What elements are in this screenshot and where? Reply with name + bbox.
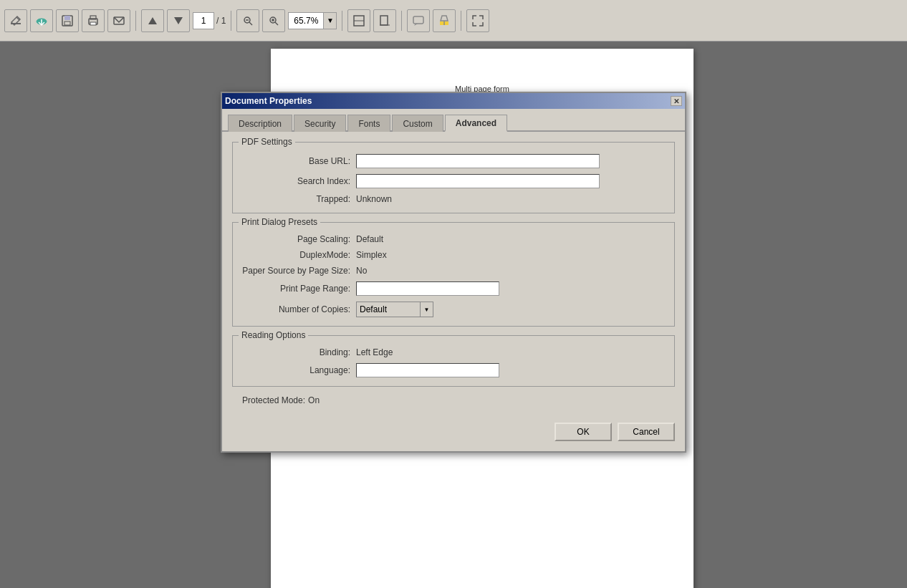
duplex-mode-value: Simplex (356, 250, 387, 260)
zoom-input[interactable] (288, 12, 324, 29)
reading-options-legend: Reading Options (239, 330, 308, 340)
document-properties-dialog: Document Properties ✕ Description Securi… (221, 92, 686, 453)
search-index-label: Search Index: (241, 176, 356, 186)
zoom-out-icon (243, 16, 253, 26)
paper-source-label: Paper Source by Page Size: (241, 266, 356, 276)
base-url-row: Base URL: (241, 154, 666, 168)
fit-page-button[interactable] (373, 9, 396, 32)
page-scaling-row: Page Scaling: Default (241, 234, 666, 244)
svg-marker-12 (148, 17, 157, 24)
comment-icon (412, 14, 425, 27)
prev-page-button[interactable] (141, 9, 164, 32)
zoom-in-button[interactable] (262, 9, 285, 32)
num-copies-dropdown-arrow[interactable]: ▼ (421, 302, 433, 317)
page-scaling-value: Default (356, 234, 383, 244)
highlight-button[interactable] (433, 9, 456, 32)
print-dialog-section: Print Dialog Presets Page Scaling: Defau… (232, 222, 675, 327)
document-area: f1 f2 f3 f4 Multi page form Reference: A… (0, 42, 907, 588)
svg-marker-13 (174, 17, 183, 24)
page-input[interactable] (193, 12, 214, 29)
email-button[interactable] (107, 9, 130, 32)
expand-icon (471, 14, 484, 27)
search-index-input[interactable] (356, 174, 600, 188)
page-navigation: / 1 (193, 12, 226, 29)
dialog-overlay: Document Properties ✕ Description Securi… (0, 42, 907, 588)
separator-4 (401, 11, 402, 31)
svg-rect-7 (64, 21, 70, 25)
fit-page-icon (378, 14, 391, 27)
arrow-down-icon (173, 16, 183, 26)
trapped-value: Unknown (356, 194, 392, 204)
base-url-input[interactable] (356, 154, 600, 168)
duplex-mode-label: DuplexMode: (241, 250, 356, 260)
svg-rect-10 (90, 22, 96, 25)
print-button[interactable] (82, 9, 105, 32)
cloud-save-button[interactable] (30, 9, 53, 32)
separator-2 (231, 11, 231, 31)
pdf-settings-section: PDF Settings Base URL: Search Index: Tra… (232, 142, 675, 213)
base-url-label: Base URL: (241, 156, 356, 166)
cloud-save-icon (35, 14, 48, 27)
protected-mode-value: On (308, 395, 320, 405)
expand-button[interactable] (466, 9, 489, 32)
save-button[interactable] (56, 9, 79, 32)
ok-button[interactable]: OK (555, 423, 612, 441)
trapped-label: Trapped: (241, 194, 356, 204)
trapped-row: Trapped: Unknown (241, 194, 666, 204)
svg-rect-6 (64, 16, 70, 20)
zoom-out-button[interactable] (236, 9, 259, 32)
tab-security[interactable]: Security (294, 115, 346, 132)
tab-fonts[interactable]: Fonts (347, 115, 390, 132)
protected-mode-label: Protected Mode: (242, 395, 308, 405)
zoom-dropdown-button[interactable]: ▼ (324, 12, 337, 29)
paper-source-row: Paper Source by Page Size: No (241, 266, 666, 276)
binding-label: Binding: (241, 347, 356, 357)
svg-line-18 (275, 22, 278, 25)
cancel-button[interactable]: Cancel (618, 423, 675, 441)
zoom-in-icon (269, 16, 279, 26)
email-icon (112, 14, 125, 27)
save-icon (61, 14, 74, 27)
svg-rect-23 (380, 16, 388, 25)
toolbar: / 1 ▼ (0, 0, 907, 42)
tab-custom[interactable]: Custom (392, 115, 443, 132)
num-copies-row: Number of Copies: Default 1 2 3 ▼ (241, 302, 666, 317)
print-page-range-row: Print Page Range: (241, 281, 666, 296)
language-input[interactable] (356, 363, 499, 377)
svg-rect-25 (413, 16, 423, 24)
separator-5 (461, 11, 461, 31)
page-total: / 1 (216, 16, 226, 26)
num-copies-select-wrapper: Default 1 2 3 ▼ (356, 302, 433, 317)
language-row: Language: (241, 363, 666, 377)
duplex-mode-row: DuplexMode: Simplex (241, 250, 666, 260)
num-copies-select[interactable]: Default 1 2 3 (356, 302, 421, 317)
separator-3 (342, 11, 342, 31)
pdf-settings-legend: PDF Settings (239, 137, 295, 147)
tab-description[interactable]: Description (228, 115, 292, 132)
edit-button[interactable] (4, 9, 27, 32)
zoom-control: ▼ (288, 12, 337, 29)
protected-mode-row: Protected Mode: On (242, 395, 675, 405)
dialog-titlebar: Document Properties ✕ (222, 93, 685, 109)
tab-advanced[interactable]: Advanced (445, 115, 507, 132)
dialog-body: PDF Settings Base URL: Search Index: Tra… (222, 132, 685, 415)
fit-width-button[interactable] (347, 9, 370, 32)
next-page-button[interactable] (167, 9, 190, 32)
edit-icon (9, 14, 22, 27)
highlight-icon (438, 14, 451, 27)
num-copies-label: Number of Copies: (241, 304, 356, 314)
print-dialog-legend: Print Dialog Presets (239, 217, 320, 227)
svg-line-15 (249, 22, 252, 25)
page-scaling-label: Page Scaling: (241, 234, 356, 244)
fit-width-icon (352, 14, 365, 27)
print-page-range-input[interactable] (356, 281, 499, 296)
print-icon (87, 14, 100, 27)
reading-options-section: Reading Options Binding: Left Edge Langu… (232, 335, 675, 387)
language-label: Language: (241, 365, 356, 375)
search-index-row: Search Index: (241, 174, 666, 188)
binding-value: Left Edge (356, 347, 393, 357)
tab-bar: Description Security Fonts Custom Advanc… (222, 109, 685, 132)
dialog-close-button[interactable]: ✕ (671, 96, 682, 106)
print-page-range-label: Print Page Range: (241, 284, 356, 294)
comment-button[interactable] (407, 9, 430, 32)
